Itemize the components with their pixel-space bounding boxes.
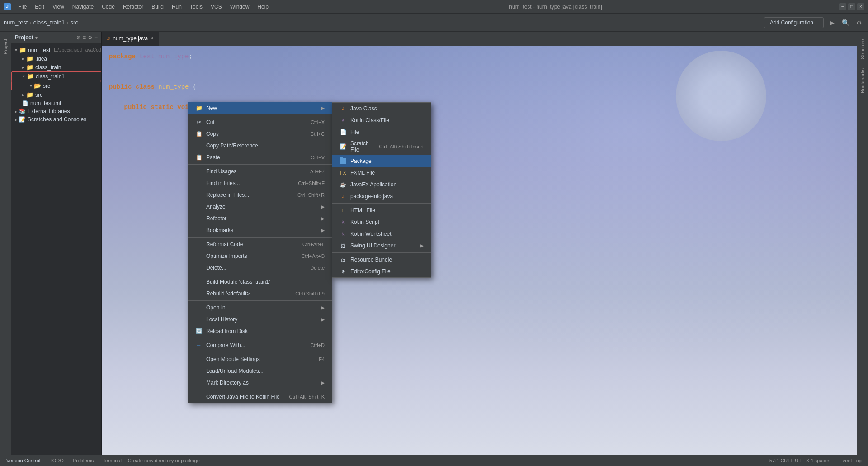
submenu-kotlin-script[interactable]: K Kotlin Script — [332, 216, 431, 228]
menu-vcs[interactable]: VCS — [207, 3, 226, 11]
status-version-control[interactable]: Version Control — [4, 457, 43, 464]
run-button[interactable]: ▶ — [826, 17, 837, 28]
menu-find-usages[interactable]: Find Usages Alt+F7 — [188, 166, 332, 177]
menu-mark-directory[interactable]: Mark Directory as ▶ — [188, 377, 332, 389]
menu-window[interactable]: Window — [226, 3, 253, 11]
submenu-swing-ui[interactable]: 🖼 Swing UI Designer ▶ — [332, 240, 431, 252]
settings-button[interactable]: ⚙ — [854, 17, 864, 28]
sidebar-tab-bookmarks[interactable]: Bookmarks — [858, 65, 867, 97]
menu-reformat-code[interactable]: Reformat Code Ctrl+Alt+L — [188, 238, 332, 250]
menu-sep-3 — [188, 237, 332, 238]
project-settings-icon[interactable]: ⚙ — [88, 34, 93, 41]
status-event-log[interactable]: Event Log — [836, 457, 864, 464]
compare-with-icon: ↔ — [195, 342, 203, 349]
project-minimize-icon[interactable]: − — [94, 34, 98, 41]
optimize-imports-icon — [195, 252, 203, 260]
submenu-scratch-file[interactable]: 📝 Scratch File Ctrl+Alt+Shift+Insert — [332, 138, 431, 155]
status-problems[interactable]: Problems — [70, 457, 96, 464]
submenu-file[interactable]: 📄 File — [332, 126, 431, 138]
menu-build[interactable]: Build — [148, 3, 167, 11]
tree-item-classtrain[interactable]: ▸ 📁 class_train — [11, 63, 101, 71]
menu-navigate[interactable]: Navigate — [69, 3, 97, 11]
menu-load-unload[interactable]: Load/Unload Modules... — [188, 365, 332, 377]
menu-compare-with[interactable]: ↔ Compare With... Ctrl+D — [188, 339, 332, 351]
swing-ui-label: Swing UI Designer — [350, 243, 395, 249]
submenu-fxml[interactable]: FX FXML File — [332, 167, 431, 179]
analyze-arrow-icon: ▶ — [321, 204, 325, 210]
replace-in-files-shortcut: Ctrl+Shift+R — [297, 192, 325, 198]
menu-copy[interactable]: 📋 Copy Ctrl+C — [188, 128, 332, 140]
src-expand-icon: ▸ — [22, 92, 24, 97]
menu-local-history[interactable]: Local History ▶ — [188, 314, 332, 325]
convert-java-icon — [195, 393, 203, 400]
add-configuration-button[interactable]: Add Configuration... — [764, 17, 824, 28]
menu-file[interactable]: File — [14, 3, 30, 11]
status-todo[interactable]: TODO — [47, 457, 66, 464]
sidebar-tab-structure[interactable]: Structure — [858, 35, 867, 63]
menu-analyze[interactable]: Analyze ▶ — [188, 201, 332, 213]
sidebar-tab-project[interactable]: Project — [1, 35, 10, 58]
maximize-button[interactable]: □ — [848, 3, 855, 10]
scratch-file-shortcut: Ctrl+Alt+Shift+Insert — [379, 144, 424, 149]
menu-convert-java[interactable]: Convert Java File to Kotlin File Ctrl+Al… — [188, 391, 332, 403]
submenu-separator-2 — [332, 252, 431, 253]
menu-reload-from-disk[interactable]: 🔄 Reload from Disk — [188, 325, 332, 337]
menu-sep-6 — [188, 338, 332, 338]
menu-rebuild[interactable]: Rebuild '<default>' Ctrl+Shift+F9 — [188, 288, 332, 300]
submenu-package-info[interactable]: J package-info.java — [332, 190, 431, 202]
project-collapse-icon[interactable]: ≡ — [83, 34, 86, 41]
menu-copy-path[interactable]: Copy Path/Reference... — [188, 140, 332, 152]
breadcrumb-numtest[interactable]: num_test — [4, 19, 28, 26]
breadcrumb-src[interactable]: src — [71, 19, 78, 26]
tree-item-src[interactable]: ▸ 📁 src — [11, 90, 101, 99]
menu-run[interactable]: Run — [168, 3, 185, 11]
close-button[interactable]: × — [857, 3, 864, 10]
project-dropdown-icon[interactable]: ▾ — [35, 35, 38, 40]
project-panel-header: Project ▾ ⊕ ≡ ⚙ − — [11, 32, 101, 44]
menu-edit[interactable]: Edit — [31, 3, 48, 11]
submenu-java-class[interactable]: J Java Class — [332, 103, 431, 114]
menu-build-module[interactable]: Build Module 'class_train1' — [188, 276, 332, 288]
menu-replace-in-files[interactable]: Replace in Files... Ctrl+Shift+R — [188, 189, 332, 201]
search-button[interactable]: 🔍 — [840, 17, 851, 28]
tree-item-numtest[interactable]: ▾ 📁 num_test E:\specialised_javaCode\num… — [11, 46, 101, 54]
submenu-html-file[interactable]: H HTML File — [332, 204, 431, 216]
menu-paste[interactable]: 📋 Paste Ctrl+V — [188, 152, 332, 163]
analyze-icon — [195, 203, 203, 210]
tree-item-iml[interactable]: 📄 num_test.iml — [11, 99, 101, 107]
menu-cut[interactable]: ✂ Cut Ctrl+X — [188, 116, 332, 128]
submenu-javafx[interactable]: ☕ JavaFX Application — [332, 179, 431, 190]
menu-help[interactable]: Help — [254, 3, 272, 11]
editorconfig-label: EditorConfig File — [350, 268, 391, 275]
status-terminal[interactable]: Terminal — [100, 457, 124, 464]
menu-open-module-settings[interactable]: Open Module Settings F4 — [188, 353, 332, 365]
status-line-info[interactable]: 57:1 CRLF UTF-8 4 spaces — [767, 457, 833, 464]
menu-new[interactable]: 📁 New ▶ J Java Class K Kotlin Class/File — [188, 102, 332, 114]
menu-find-in-files[interactable]: Find in Files... Ctrl+Shift+F — [188, 177, 332, 189]
submenu-resource-bundle[interactable]: 🗂 Resource Bundle — [332, 254, 431, 266]
menu-delete[interactable]: Delete... Delete — [188, 262, 332, 274]
tree-item-scratches[interactable]: ▸ 📝 Scratches and Consoles — [11, 115, 101, 124]
menu-tools[interactable]: Tools — [186, 3, 206, 11]
tree-item-extlibs[interactable]: ▸ 📚 External Libraries — [11, 107, 101, 115]
kotlin-class-icon: K — [340, 117, 347, 124]
submenu-kotlin-worksheet[interactable]: K Kotlin Worksheet — [332, 228, 431, 240]
minimize-button[interactable]: − — [839, 3, 846, 10]
menu-code[interactable]: Code — [98, 3, 118, 11]
breadcrumb-classtrain1[interactable]: class_train1 — [33, 19, 65, 26]
submenu-package[interactable]: Package — [332, 155, 431, 167]
menu-bookmarks[interactable]: Bookmarks ▶ — [188, 224, 332, 236]
menu-open-in[interactable]: Open In ▶ — [188, 302, 332, 314]
menu-view[interactable]: View — [49, 3, 68, 11]
tree-item-src-inner[interactable]: ▾ 📂 src — [11, 81, 101, 90]
submenu-kotlin-class[interactable]: K Kotlin Class/File — [332, 114, 431, 126]
menu-refactor[interactable]: Refactor — [119, 3, 147, 11]
paste-shortcut: Ctrl+V — [311, 155, 325, 160]
analyze-label: Analyze — [206, 204, 226, 210]
submenu-editorconfig[interactable]: ⚙ EditorConfig File — [332, 266, 431, 277]
project-scope-icon[interactable]: ⊕ — [76, 34, 81, 41]
tree-item-classtrain1[interactable]: ▾ 📁 class_train1 — [11, 71, 101, 81]
tree-item-idea[interactable]: ▸ 📁 .idea — [11, 54, 101, 63]
menu-optimize-imports[interactable]: Optimize Imports Ctrl+Alt+O — [188, 250, 332, 262]
menu-refactor[interactable]: Refactor ▶ — [188, 213, 332, 224]
